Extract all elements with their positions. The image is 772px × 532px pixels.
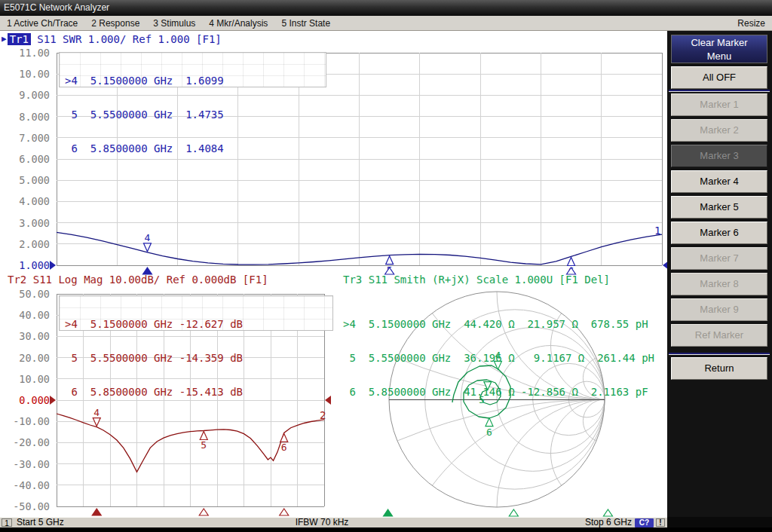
y-axis-tick-label: 9.000 — [0, 89, 50, 101]
marker-number-label: 5 — [201, 439, 207, 451]
menu-resize[interactable]: Resize — [731, 18, 772, 29]
softkey-marker-6[interactable]: Marker 6 — [671, 222, 767, 244]
active-trace-arrow-icon: ▶ — [2, 34, 7, 44]
softkey-marker-9: Marker 9 — [671, 298, 767, 321]
stop-frequency-label: Stop 6 GHz — [585, 518, 632, 527]
menu-response[interactable]: 2 Response — [84, 18, 146, 29]
y-axis-tick-label: 0.000 — [0, 394, 50, 406]
softkey-ref-marker: Ref Marker — [671, 324, 767, 347]
menu-active-ch-trace[interactable]: 1 Active Ch/Trace — [0, 18, 84, 29]
tr3-marker-row: >4 5.1500000 GHz 44.420 Ω 21.957 Ω 678.5… — [343, 319, 654, 330]
y-axis-tick-label: 10.00 — [0, 68, 50, 80]
marker-number-label: 6 — [486, 427, 492, 438]
softkey-all-off[interactable]: All OFF — [671, 66, 767, 89]
y-axis-tick-label: 2.000 — [0, 238, 50, 250]
ref-level-arrow-left — [50, 261, 56, 270]
status-bar: 1 Start 5 GHz IFBW 70 kHz Stop 6 GHz C? … — [0, 517, 667, 527]
ifbw-label: IFBW 70 kHz — [258, 518, 386, 527]
window-title: E5071C Network Analyzer — [4, 2, 109, 13]
marker-number-label: 6 — [281, 442, 287, 453]
y-axis-tick-label: 6.000 — [0, 153, 50, 165]
y-axis-tick-label: 7.000 — [0, 132, 50, 144]
softkey-marker-3[interactable]: Marker 3 — [671, 145, 767, 167]
tr3-marker-row: 6 5.8500000 GHz 41.146 Ω -12.856 Ω 2.116… — [343, 387, 654, 398]
stimulus-marker-triangle — [92, 509, 101, 515]
y-axis-tick-label: 4.000 — [0, 195, 50, 207]
softkey-menu-title-line1: Clear Marker — [672, 36, 767, 50]
menu-mkr-analysis[interactable]: 4 Mkr/Analysis — [202, 18, 274, 29]
tr2-marker-row: 5 5.5500000 GHz -14.359 dB — [65, 353, 243, 364]
softkey-menu-title: Clear Marker Menu — [671, 35, 767, 63]
stimulus-marker-triangle — [199, 509, 208, 515]
window-title-bar[interactable]: E5071C Network Analyzer — [0, 0, 772, 16]
y-axis-tick-label: -40.00 — [0, 479, 50, 491]
alert-indicator: ! — [656, 518, 665, 527]
softkey-marker-7: Marker 7 — [671, 247, 767, 270]
tr2-marker-row: 6 5.8500000 GHz -15.413 dB — [65, 387, 243, 398]
y-axis-tick-label: 10.00 — [0, 373, 50, 385]
stimulus-marker-triangle — [603, 509, 612, 516]
softkey-return[interactable]: Return — [671, 357, 767, 380]
y-axis-tick-label: -20.00 — [0, 436, 50, 448]
softkey-marker-8: Marker 8 — [671, 273, 767, 295]
vna-application-window: E5071C Network Analyzer 1 Active Ch/Trac… — [0, 0, 772, 532]
tr1-marker-row: 5 5.5500000 GHz 1.4735 — [65, 109, 224, 121]
stimulus-marker-triangle — [509, 509, 518, 516]
softkey-marker-1: Marker 1 — [671, 93, 767, 116]
y-axis-tick-label: 5.000 — [0, 174, 50, 186]
menu-bar: 1 Active Ch/Trace 2 Response 3 Stimulus … — [0, 16, 772, 31]
y-axis-tick-label: 1.000 — [0, 259, 50, 271]
ref-level-arrow-left — [50, 396, 56, 405]
start-frequency-label: Start 5 GHz — [17, 518, 64, 527]
tr1-marker-row: >4 5.1500000 GHz 1.6099 — [65, 75, 224, 87]
y-axis-tick-label: 11.00 — [0, 47, 50, 59]
correction-status-badge: C? — [635, 518, 654, 527]
y-axis-tick-label: 40.00 — [0, 309, 50, 321]
y-axis-tick-label: 30.00 — [0, 330, 50, 342]
tr3-header[interactable]: Tr3 S11 Smith (R+jX) Scale 1.000U [F1 De… — [343, 274, 610, 286]
y-axis-tick-label: 20.00 — [0, 352, 50, 364]
marker-number-label: 4 — [145, 232, 151, 243]
tr2-header[interactable]: Tr2 S11 Log Mag 10.00dB/ Ref 0.000dB [F1… — [8, 274, 268, 286]
menu-stimulus[interactable]: 3 Stimulus — [146, 18, 202, 29]
tr3-marker-readout: >4 5.1500000 GHz 44.420 Ω 21.957 Ω 678.5… — [343, 296, 654, 420]
tr1-active-chip: Tr1 — [8, 33, 31, 45]
tr1-trace-number: 1 — [654, 225, 660, 237]
softkey-menu-title-line2: Menu — [672, 50, 767, 63]
ref-level-arrow-right — [325, 396, 331, 405]
tr3-marker-row: 5 5.5500000 GHz 36.196 Ω 9.1167 Ω 261.44… — [343, 353, 654, 364]
softkey-marker-4[interactable]: Marker 4 — [671, 170, 767, 193]
stimulus-marker-triangle — [280, 509, 289, 515]
y-axis-tick-label: 8.000 — [0, 111, 50, 123]
bottom-edge — [0, 527, 772, 532]
tr1-marker-row: 6 5.8500000 GHz 1.4084 — [65, 143, 224, 154]
channel-indicator: 1 — [2, 518, 12, 527]
tr1-marker-readout: >4 5.1500000 GHz 1.6099 5 5.5500000 GHz … — [65, 53, 224, 177]
tr2-marker-readout: >4 5.1500000 GHz -12.627 dB 5 5.5500000 … — [65, 296, 243, 420]
y-axis-tick-label: -10.00 — [0, 415, 50, 427]
menu-instr-state[interactable]: 5 Instr State — [274, 18, 337, 29]
softkey-marker-2: Marker 2 — [671, 119, 767, 142]
softkey-separator — [669, 353, 770, 355]
y-axis-tick-label: 3.000 — [0, 217, 50, 229]
softkey-separator — [669, 90, 770, 92]
y-axis-tick-label: 50.00 — [0, 288, 50, 300]
y-axis-tick-label: -30.00 — [0, 458, 50, 470]
tr2-trace-number: 2 — [320, 409, 326, 421]
softkey-menu-panel: Clear Marker Menu All OFFMarker 1Marker … — [667, 31, 772, 517]
tr2-marker-row: >4 5.1500000 GHz -12.627 dB — [65, 319, 243, 330]
tr1-header[interactable]: ▶ Tr1 S11 SWR 1.000/ Ref 1.000 [F1] — [2, 33, 222, 44]
stimulus-marker-triangle — [384, 509, 393, 516]
y-axis-tick-label: -50.00 — [0, 500, 50, 512]
softkey-marker-5[interactable]: Marker 5 — [671, 196, 767, 219]
